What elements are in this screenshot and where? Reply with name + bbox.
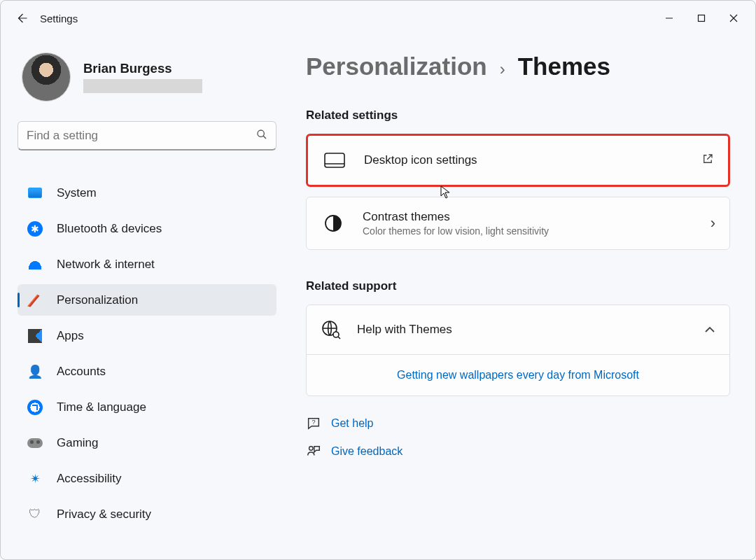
contrast-icon [321, 211, 346, 236]
close-button[interactable] [718, 6, 750, 30]
profile-email-redacted [83, 79, 202, 93]
nav-system[interactable]: System [18, 177, 276, 209]
nav-network[interactable]: Network & internet [18, 248, 276, 280]
nav-label: Gaming [57, 436, 99, 450]
globe-search-icon [321, 319, 342, 340]
nav-label: System [57, 186, 97, 200]
give-feedback-link[interactable]: Give feedback [306, 444, 730, 459]
chevron-right-icon: › [710, 214, 715, 232]
person-icon: 👤 [27, 364, 43, 379]
nav-label: Accessibility [57, 472, 122, 486]
back-button[interactable] [6, 3, 37, 34]
svg-point-8 [333, 332, 339, 337]
window-title: Settings [40, 13, 78, 24]
nav-label: Network & internet [57, 258, 155, 272]
help-with-themes-header[interactable]: Help with Themes [307, 305, 729, 354]
titlebar: Settings [1, 1, 755, 36]
nav-label: Accounts [57, 365, 106, 379]
minimize-button[interactable] [653, 6, 685, 30]
clock-globe-icon [27, 400, 43, 415]
nav-bluetooth[interactable]: ✱Bluetooth & devices [18, 213, 276, 244]
search-input[interactable] [27, 129, 256, 143]
nav-label: Time & language [57, 400, 146, 414]
contrast-themes-card[interactable]: Contrast themes Color themes for low vis… [306, 197, 730, 250]
support-link-row[interactable]: Getting new wallpapers every day from Mi… [307, 354, 729, 396]
nav-personalization[interactable]: Personalization [18, 284, 276, 316]
bluetooth-icon: ✱ [27, 221, 43, 237]
gamepad-icon [27, 435, 43, 451]
external-link-icon [701, 153, 714, 169]
nav-label: Personalization [57, 293, 138, 307]
accessibility-icon: ✴ [27, 471, 43, 486]
apps-icon [27, 328, 43, 344]
search-box[interactable] [18, 121, 276, 150]
nav-gaming[interactable]: Gaming [18, 427, 276, 458]
link-text: Get help [331, 417, 373, 430]
svg-point-11 [309, 447, 314, 451]
support-link-text[interactable]: Getting new wallpapers every day from Mi… [397, 369, 639, 381]
breadcrumb-current: Themes [518, 52, 610, 80]
desktop-icon-settings-card[interactable]: Desktop icon settings [306, 134, 730, 187]
related-support-header: Related support [306, 279, 730, 293]
mouse-cursor [440, 186, 451, 202]
support-title: Help with Themes [357, 323, 704, 337]
nav-label: Apps [57, 329, 84, 343]
get-help-link[interactable]: ? Get help [306, 416, 730, 431]
system-icon [27, 186, 43, 201]
nav-accounts[interactable]: 👤Accounts [18, 356, 276, 387]
svg-point-2 [258, 130, 264, 136]
nav-apps[interactable]: Apps [18, 320, 276, 351]
svg-line-3 [263, 136, 266, 139]
maximize-button[interactable] [685, 6, 718, 30]
sidebar: Brian Burgess System ✱Bluetooth & device… [1, 36, 281, 560]
breadcrumb-separator: › [500, 59, 505, 79]
wifi-icon [27, 257, 43, 272]
nav-label: Privacy & security [57, 507, 151, 522]
card-title: Desktop icon settings [364, 153, 701, 167]
nav-privacy[interactable]: 🛡Privacy & security [18, 498, 276, 530]
svg-rect-1 [699, 15, 705, 22]
nav-accessibility[interactable]: ✴Accessibility [18, 463, 276, 494]
main-content: Personalization › Themes Related setting… [281, 36, 755, 560]
avatar [22, 52, 71, 102]
breadcrumb-parent[interactable]: Personalization [306, 52, 487, 80]
feedback-icon [306, 444, 321, 459]
profile-name: Brian Burgess [83, 61, 202, 76]
profile[interactable]: Brian Burgess [18, 52, 276, 102]
svg-rect-4 [325, 153, 344, 167]
paintbrush-icon [27, 293, 43, 308]
breadcrumb: Personalization › Themes [306, 52, 730, 80]
link-text: Give feedback [331, 445, 402, 458]
nav-list: System ✱Bluetooth & devices Network & in… [18, 177, 276, 530]
desktop-icon [322, 148, 347, 173]
related-settings-header: Related settings [306, 108, 730, 122]
shield-icon: 🛡 [27, 507, 43, 522]
search-icon [256, 129, 267, 143]
card-title: Contrast themes [363, 210, 710, 224]
help-with-themes-card: Help with Themes Getting new wallpapers … [306, 304, 730, 396]
help-chat-icon: ? [306, 416, 321, 431]
nav-time-language[interactable]: Time & language [18, 391, 276, 423]
svg-line-9 [338, 337, 340, 339]
svg-text:?: ? [312, 419, 315, 426]
card-subtitle: Color themes for low vision, light sensi… [363, 225, 710, 237]
nav-label: Bluetooth & devices [57, 222, 162, 236]
chevron-up-icon [704, 323, 715, 336]
